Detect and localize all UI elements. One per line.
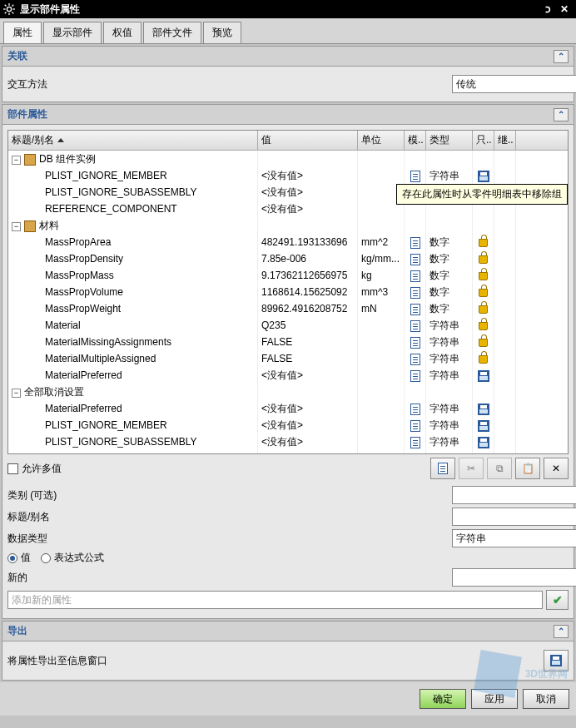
close-button[interactable]: ✕ <box>556 3 573 15</box>
attr-model <box>405 400 426 417</box>
paste-button[interactable]: 📋 <box>515 458 540 479</box>
document-icon <box>410 354 420 365</box>
group-row[interactable]: −材料 <box>8 217 568 234</box>
attr-title: MassPropArea <box>45 236 111 248</box>
allow-multi-label: 允许多值 <box>22 462 62 476</box>
table-row[interactable]: REFERENCE_COMPONENT<没有值>字符串 <box>8 450 568 453</box>
attr-readonly <box>473 317 494 334</box>
col-title[interactable]: 标题/别名 <box>8 131 258 150</box>
table-row[interactable]: MassPropDensity7.85e-006kg/mm...数字 <box>8 250 568 267</box>
table-row[interactable]: MassPropArea482491.193133696mm^2数字 <box>8 234 568 250</box>
cut-button[interactable]: ✂ <box>459 458 484 479</box>
table-row[interactable]: MaterialQ235字符串 <box>8 317 568 334</box>
document-icon <box>410 420 420 432</box>
attr-unit: mN <box>358 300 405 317</box>
tab-weight[interactable]: 权值 <box>103 22 142 43</box>
attr-readonly <box>473 267 494 284</box>
group-row[interactable]: −DB 组件实例 <box>8 151 568 167</box>
table-row[interactable]: MaterialMultipleAssignedFALSE字符串 <box>8 350 568 367</box>
add-attribute-input[interactable] <box>7 591 543 609</box>
radio-value[interactable]: 值 <box>7 551 31 565</box>
attr-type: 数字 <box>426 267 473 284</box>
attr-type: 字符串 <box>426 350 473 367</box>
lock-icon <box>479 255 488 264</box>
tab-preview[interactable]: 预览 <box>203 22 241 43</box>
col-readonly[interactable]: 只.. <box>473 131 494 150</box>
new-value-input[interactable] <box>452 568 576 587</box>
col-model[interactable]: 模.. <box>405 131 426 150</box>
category-label: 类别 (可选) <box>7 488 107 503</box>
attr-model <box>405 450 426 453</box>
table-row[interactable]: MassPropMass9.17362112656975kg数字 <box>8 267 568 284</box>
attr-type: 数字 <box>426 234 473 250</box>
col-value[interactable]: 值 <box>258 131 358 150</box>
confirm-add-button[interactable]: ✔ <box>546 590 569 610</box>
lock-icon <box>479 355 488 364</box>
collapse-export[interactable]: ⌃ <box>554 625 569 638</box>
tab-properties[interactable]: 属性 <box>3 22 42 43</box>
titlebar: 显示部件属性 ɔ ✕ <box>0 0 576 18</box>
attr-value: 482491.193133696 <box>258 234 358 250</box>
data-type-select[interactable] <box>452 529 576 547</box>
attr-readonly <box>473 400 494 417</box>
svg-point-0 <box>7 7 11 11</box>
attr-value: <没有值> <box>258 417 358 433</box>
table-row[interactable]: PLIST_IGNORE_MEMBER<没有值>字符串 <box>8 417 568 433</box>
ok-button[interactable]: 确定 <box>420 689 466 709</box>
scissors-icon: ✂ <box>467 463 475 474</box>
attr-title: MaterialPreferred <box>45 403 122 414</box>
table-row[interactable]: MaterialMissingAssignmentsFALSE字符串 <box>8 334 568 350</box>
attr-model <box>405 417 426 433</box>
attr-model <box>405 250 426 267</box>
save-icon <box>550 655 562 666</box>
group-name: 材料 <box>39 220 59 231</box>
document-icon <box>410 370 420 382</box>
radio-expression[interactable]: 表达式公式 <box>41 551 104 565</box>
table-row[interactable]: MaterialPreferred<没有值>字符串 <box>8 367 568 384</box>
save-icon <box>478 420 489 432</box>
attr-readonly <box>473 417 494 433</box>
table-row[interactable]: MassPropVolume1168614.15625092mm^3数字 <box>8 284 568 300</box>
attr-readonly <box>473 433 494 450</box>
tree-toggle[interactable]: − <box>12 389 21 398</box>
export-button[interactable] <box>544 650 569 671</box>
tab-show-part[interactable]: 显示部件 <box>43 22 102 43</box>
table-row[interactable]: PLIST_IGNORE_SUBASSEMBLY<没有值>字符串 <box>8 433 568 450</box>
attr-title: REFERENCE_COMPONENT <box>45 203 177 215</box>
category-select[interactable] <box>452 486 576 504</box>
table-row[interactable]: MaterialPreferred<没有值>字符串 <box>8 400 568 417</box>
table-row[interactable]: MassPropWeight89962.4916208752mN数字 <box>8 300 568 317</box>
attr-title: MassPropWeight <box>45 303 121 314</box>
tree-toggle[interactable]: − <box>12 222 21 231</box>
new-doc-button[interactable] <box>430 458 455 479</box>
copy-button[interactable]: ⧉ <box>487 458 512 479</box>
section-title-assoc: 关联 <box>7 49 27 63</box>
col-inherit[interactable]: 继.. <box>494 131 516 150</box>
table-row[interactable]: PLIST_IGNORE_MEMBER<没有值>字符串 <box>8 167 568 184</box>
collapse-partattr[interactable]: ⌃ <box>554 108 569 121</box>
cancel-button[interactable]: 取消 <box>523 689 569 709</box>
attr-title: Material <box>45 319 81 331</box>
delete-button[interactable]: ✕ <box>544 458 569 479</box>
tooltip: 存在此属性时从零件明细表中移除组 <box>396 184 568 205</box>
save-icon <box>478 171 489 182</box>
attr-readonly <box>473 167 494 184</box>
col-unit[interactable]: 单位 <box>358 131 405 150</box>
attr-type: 字符串 <box>426 334 473 350</box>
group-row[interactable]: −全部取消设置 <box>8 384 568 400</box>
attr-value: <没有值> <box>258 433 358 450</box>
export-label: 将属性导出至信息窗口 <box>7 654 544 668</box>
col-type[interactable]: 类型 <box>426 131 473 150</box>
apply-button[interactable]: 应用 <box>471 689 518 709</box>
svg-line-8 <box>5 12 7 14</box>
allow-multi-checkbox[interactable]: 允许多值 <box>7 462 62 476</box>
interaction-method-select[interactable] <box>452 75 576 93</box>
attr-readonly <box>473 367 494 384</box>
title-alias-select[interactable] <box>452 508 576 526</box>
help-button[interactable]: ɔ <box>539 3 556 15</box>
lock-icon <box>479 289 488 297</box>
tab-part-file[interactable]: 部件文件 <box>143 22 201 43</box>
grid-body[interactable]: 存在此属性时从零件明细表中移除组 −DB 组件实例PLIST_IGNORE_ME… <box>8 151 568 453</box>
tree-toggle[interactable]: − <box>12 156 21 165</box>
collapse-assoc[interactable]: ⌃ <box>554 50 569 63</box>
